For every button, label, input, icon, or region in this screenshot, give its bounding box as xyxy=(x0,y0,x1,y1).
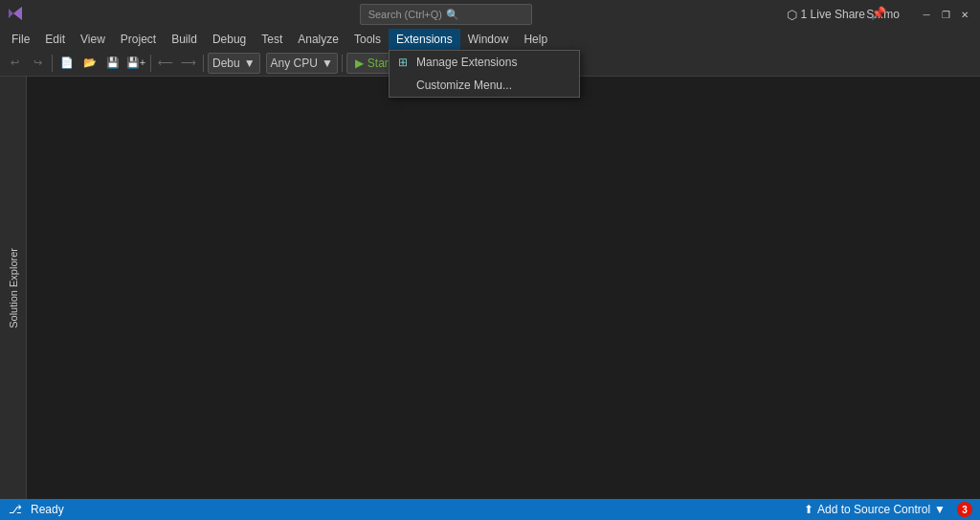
save-button[interactable]: 💾 xyxy=(102,53,123,74)
platform-dropdown[interactable]: Any CPU ▼ xyxy=(266,53,338,74)
platform-dropdown-arrow: ▼ xyxy=(322,57,333,70)
menu-item-window[interactable]: Window xyxy=(460,29,517,50)
menu-item-test[interactable]: Test xyxy=(254,29,290,50)
status-bar: ⎇ Ready ⬆ Add to Source Control ▼ 3 xyxy=(0,499,980,520)
menu-item-view[interactable]: View xyxy=(73,29,113,50)
manage-extensions-item[interactable]: ⊞ Manage Extensions xyxy=(390,51,579,74)
search-box[interactable]: Search (Ctrl+Q) 🔍 xyxy=(360,4,532,25)
new-file-button[interactable]: 📄 xyxy=(56,53,78,74)
save-all-button[interactable]: 💾+ xyxy=(125,53,146,74)
title-bar-center: Search (Ctrl+Q) 🔍 xyxy=(360,4,532,25)
toolbar-separator-2 xyxy=(150,55,151,72)
source-control-button[interactable]: ⬆ Add to Source Control ▼ xyxy=(800,503,949,516)
title-bar-left xyxy=(8,6,25,23)
config-dropdown-arrow: ▼ xyxy=(244,57,256,70)
toolbar-separator-3 xyxy=(203,55,204,72)
undo-button[interactable]: ↩ xyxy=(4,53,25,74)
source-control-dropdown-icon: ▼ xyxy=(934,503,946,516)
minimize-button[interactable]: ─ xyxy=(919,7,934,22)
menu-item-analyze[interactable]: Analyze xyxy=(290,29,346,50)
menu-item-extensions[interactable]: Extensions ⊞ Manage Extensions Customize… xyxy=(389,29,460,50)
pin-icon[interactable]: 📌 xyxy=(871,6,886,20)
vs-logo-icon xyxy=(8,6,25,23)
search-placeholder: Search (Ctrl+Q) xyxy=(368,9,442,20)
status-bar-left: ⎇ Ready xyxy=(8,502,64,517)
main-area: Solution Explorer xyxy=(0,77,980,499)
menu-item-file[interactable]: File xyxy=(4,29,37,50)
status-bar-right: ⬆ Add to Source Control ▼ 3 xyxy=(800,502,972,517)
toolbar-separator-4 xyxy=(342,55,343,72)
live-share-icon: ⬡ xyxy=(787,8,797,22)
start-arrow-icon: ▶ xyxy=(355,57,364,70)
menu-bar: File Edit View Project Build Debug Test … xyxy=(0,29,980,50)
customize-menu-item[interactable]: Customize Menu... xyxy=(390,74,579,97)
menu-item-help[interactable]: Help xyxy=(516,29,555,50)
menu-item-build[interactable]: Build xyxy=(164,29,205,50)
back-button[interactable]: ⟵ xyxy=(155,53,176,74)
search-icon: 🔍 xyxy=(446,9,459,21)
live-share-button[interactable]: ⬡ 1 Live Share xyxy=(787,0,865,29)
menu-item-tools[interactable]: Tools xyxy=(346,29,389,50)
config-dropdown[interactable]: Debu ▼ xyxy=(208,53,260,74)
forward-button[interactable]: ⟶ xyxy=(178,53,199,74)
platform-label: Any CPU xyxy=(271,57,318,70)
error-badge: 3 xyxy=(957,502,972,517)
live-share-label: 1 Live Share xyxy=(801,8,865,21)
redo-button[interactable]: ↪ xyxy=(27,53,48,74)
close-button[interactable]: ✕ xyxy=(957,7,972,22)
git-icon: ⎇ xyxy=(8,502,23,517)
toolbar-separator-1 xyxy=(52,55,53,72)
extensions-dropdown: ⊞ Manage Extensions Customize Menu... xyxy=(389,50,580,98)
ready-label: Ready xyxy=(31,503,64,516)
restore-button[interactable]: ❐ xyxy=(938,7,953,22)
solution-explorer-panel: Solution Explorer xyxy=(0,77,27,499)
upload-icon: ⬆ xyxy=(804,503,813,516)
solution-explorer-label: Solution Explorer xyxy=(8,248,19,328)
manage-extensions-icon: ⊞ xyxy=(395,55,411,70)
source-control-label: Add to Source Control xyxy=(817,503,930,516)
menu-item-debug[interactable]: Debug xyxy=(205,29,254,50)
menu-item-project[interactable]: Project xyxy=(113,29,164,50)
config-label: Debu xyxy=(212,57,240,70)
open-file-button[interactable]: 📂 xyxy=(79,53,100,74)
content-area xyxy=(27,77,980,499)
menu-item-edit[interactable]: Edit xyxy=(37,29,73,50)
window-controls: ─ ❐ ✕ xyxy=(919,7,972,22)
